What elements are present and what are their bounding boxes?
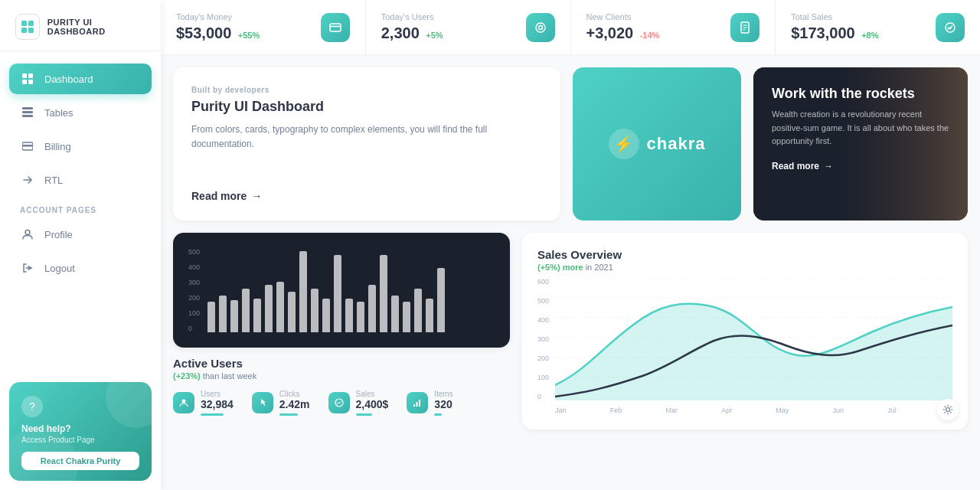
svg-point-24 xyxy=(182,400,186,403)
logout-icon xyxy=(20,260,35,276)
stat-todays-users: Today's Users 2,300 +5% xyxy=(366,0,571,54)
stat-change: +8% xyxy=(861,31,878,40)
x-label-jan: Jan xyxy=(555,407,567,414)
svg-rect-1 xyxy=(28,21,34,26)
svg-point-13 xyxy=(25,230,30,235)
arrow-icon: → xyxy=(251,190,262,202)
stat-icon-sales xyxy=(936,13,965,42)
metric-sales-value: 2,400$ xyxy=(356,398,389,410)
sidebar-item-rtl[interactable]: RTL xyxy=(9,165,152,195)
read-more-link[interactable]: Read more → xyxy=(191,190,542,202)
stat-value: $53,000 xyxy=(176,24,231,41)
sidebar-title: PURITY UI DASHBOARD xyxy=(47,18,145,36)
promo-tag: Built by developers xyxy=(191,86,542,94)
svg-point-17 xyxy=(536,23,545,32)
sidebar-item-label: RTL xyxy=(44,175,63,186)
svg-rect-26 xyxy=(413,404,415,407)
sidebar-item-label: Logout xyxy=(44,263,75,274)
dark-arrow-icon: → xyxy=(824,161,833,172)
stat-total-sales: Total Sales $173,000 +8% xyxy=(776,0,980,54)
sidebar-item-dashboard[interactable]: Dashboard xyxy=(9,64,152,94)
help-icon: ? xyxy=(21,396,43,417)
help-subtitle: Access Product Page xyxy=(21,436,139,444)
metric-sales-icon xyxy=(328,392,350,413)
sidebar-item-tables[interactable]: Tables xyxy=(9,97,152,128)
promo-description: From colors, cards, typography to comple… xyxy=(191,122,542,152)
help-title: Need help? xyxy=(21,423,139,434)
dark-read-more-label: Read more xyxy=(772,161,819,172)
read-more-label: Read more xyxy=(191,190,247,202)
sales-title: Sales Overview xyxy=(537,248,952,261)
stats-bar: Today's Money $53,000 +55% Today's Users… xyxy=(161,0,980,55)
sidebar-navigation: Dashboard Tables Billing RTL ACCOUNT PAG… xyxy=(0,51,161,373)
metric-users-icon xyxy=(173,392,194,413)
metric-items-label: Items xyxy=(434,390,452,398)
metric-users-value: 32,984 xyxy=(201,398,234,410)
metric-clicks-bar xyxy=(279,413,298,416)
x-label-apr: Apr xyxy=(721,407,732,414)
stat-todays-money: Today's Money $53,000 +55% xyxy=(161,0,366,54)
sidebar-item-label: Profile xyxy=(44,229,73,240)
svg-rect-7 xyxy=(28,80,33,84)
metric-items-icon xyxy=(407,392,428,413)
sidebar-item-profile[interactable]: Profile xyxy=(9,219,152,250)
metric-clicks-value: 2.42m xyxy=(279,398,310,410)
active-users-title: Active Users xyxy=(173,357,510,370)
bar-chart-bars xyxy=(207,248,495,332)
gear-button[interactable] xyxy=(937,399,959,420)
dark-read-more-link[interactable]: Read more → xyxy=(772,161,949,172)
svg-rect-3 xyxy=(28,28,34,33)
sales-subtitle: (+5%) more in 2021 xyxy=(537,263,952,272)
line-chart: Jan Feb Mar Apr May Jun Jul Aug xyxy=(555,278,952,414)
stat-label: Today's Users xyxy=(381,12,443,21)
dark-card-title: Work with the rockets xyxy=(772,86,949,102)
dark-card-description: Wealth creation is a revolutionary recen… xyxy=(772,108,949,149)
stat-icon-money xyxy=(321,13,350,42)
metric-items-bar xyxy=(434,413,442,416)
stat-change: -14% xyxy=(640,31,660,40)
metric-clicks-label: Clicks xyxy=(279,390,310,398)
svg-point-25 xyxy=(335,399,343,407)
stat-change: +5% xyxy=(426,31,443,40)
chakra-banner: ⚡ chakra xyxy=(573,67,741,220)
chakra-name: chakra xyxy=(647,134,706,154)
metric-users-bar xyxy=(201,413,224,416)
svg-rect-0 xyxy=(21,21,27,26)
sales-chart-area: 600 500 400 300 200 100 0 xyxy=(537,278,952,414)
promo-card: Built by developers Purity UI Dashboard … xyxy=(173,67,560,220)
sidebar: PURITY UI DASHBOARD Dashboard Tables Bil… xyxy=(0,0,161,490)
help-button[interactable]: React Chakra Purity xyxy=(21,452,139,470)
logo-icon xyxy=(15,14,40,40)
svg-rect-4 xyxy=(22,74,27,78)
sidebar-logo-area: PURITY UI DASHBOARD xyxy=(0,0,161,51)
svg-rect-12 xyxy=(22,145,33,147)
active-users-section: 500 400 300 200 100 0 xyxy=(173,233,510,430)
svg-rect-28 xyxy=(419,400,420,407)
sales-svg xyxy=(555,278,952,400)
profile-icon xyxy=(20,227,35,242)
metric-users-label: Users xyxy=(201,390,234,398)
sidebar-item-label: Billing xyxy=(44,141,71,152)
metric-sales-label: Sales xyxy=(356,390,389,398)
svg-point-18 xyxy=(538,25,542,29)
middle-row: Built by developers Purity UI Dashboard … xyxy=(173,67,968,220)
sidebar-item-logout[interactable]: Logout xyxy=(9,253,152,283)
dark-promo-card: Work with the rockets Wealth creation is… xyxy=(753,67,968,220)
dashboard-icon xyxy=(20,71,35,87)
metric-users: Users 32,984 xyxy=(173,390,234,416)
sales-overview-card: Sales Overview (+5%) more in 2021 600 50… xyxy=(522,233,968,430)
sidebar-item-billing[interactable]: Billing xyxy=(9,131,152,162)
chakra-logo: ⚡ chakra xyxy=(609,129,706,159)
x-label-feb: Feb xyxy=(610,407,622,414)
stat-icon-users xyxy=(526,13,555,42)
svg-rect-2 xyxy=(21,28,27,33)
stat-value: $173,000 xyxy=(791,24,854,41)
stat-new-clients: New Clients +3,020 -14% xyxy=(571,0,776,54)
stat-label: New Clients xyxy=(586,12,660,21)
stat-label: Today's Money xyxy=(176,12,260,21)
stat-value: 2,300 xyxy=(381,24,420,41)
svg-rect-6 xyxy=(22,80,27,84)
metric-sales-bar xyxy=(356,413,372,416)
svg-rect-15 xyxy=(330,24,341,31)
svg-rect-8 xyxy=(22,107,33,109)
